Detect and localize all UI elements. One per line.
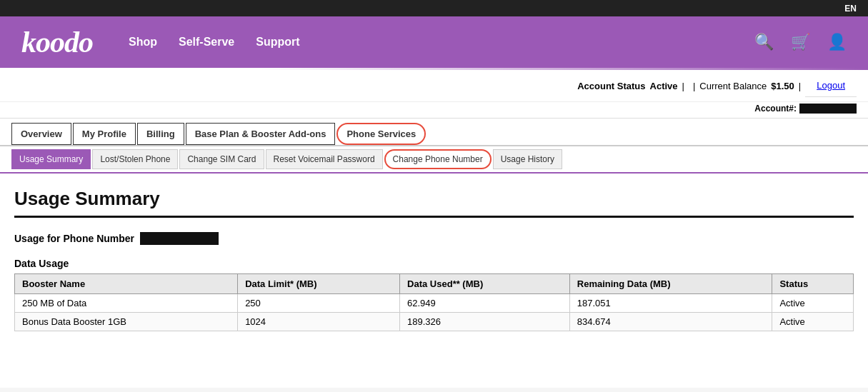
language-bar: EN xyxy=(0,0,868,16)
account-status-label: Account Status xyxy=(577,81,645,91)
main-nav: Shop Self-Serve Support xyxy=(129,36,754,49)
header-icons: 🔍 🛒 👤 xyxy=(754,33,847,51)
title-divider xyxy=(14,216,854,218)
account-status-value: Active xyxy=(650,81,678,91)
balance-label: Current Balance xyxy=(699,81,767,91)
data-usage-title: Data Usage xyxy=(14,258,854,269)
cell-r0-c4: Active xyxy=(772,294,854,313)
main-nav-tabs: Overview My Profile Billing Base Plan & … xyxy=(0,119,868,146)
sub-tab-change-phone[interactable]: Change Phone Number xyxy=(384,149,492,169)
cell-r0-c1: 250 xyxy=(238,294,400,313)
account-num-value xyxy=(799,104,857,114)
cell-r0-c2: 62.949 xyxy=(400,294,570,313)
site-header: koodo Shop Self-Serve Support 🔍 🛒 👤 xyxy=(0,16,868,68)
search-icon[interactable]: 🔍 xyxy=(754,33,774,51)
col-header-data-limit: Data Limit* (MB) xyxy=(238,274,400,294)
logout-link[interactable]: Logout xyxy=(805,74,857,97)
col-header-data-used: Data Used** (MB) xyxy=(400,274,570,294)
tab-base-plan[interactable]: Base Plan & Booster Add-ons xyxy=(186,123,336,145)
language-label[interactable]: EN xyxy=(844,4,857,14)
phone-number-row: Usage for Phone Number xyxy=(14,232,854,245)
nav-shop[interactable]: Shop xyxy=(129,36,157,49)
col-header-remaining: Remaining Data (MB) xyxy=(569,274,772,294)
separator-3: | xyxy=(799,81,801,91)
tab-billing[interactable]: Billing xyxy=(137,123,184,145)
cell-r1-c0: Bonus Data Booster 1GB xyxy=(15,313,238,331)
table-row: 250 MB of Data25062.949187.051Active xyxy=(15,294,854,313)
table-row: Bonus Data Booster 1GB1024189.326834.674… xyxy=(15,313,854,331)
tab-phone-services[interactable]: Phone Services xyxy=(336,123,426,145)
balance-value: $1.50 xyxy=(771,81,794,91)
sub-tab-usage-history[interactable]: Usage History xyxy=(493,149,562,169)
site-logo[interactable]: koodo xyxy=(21,25,93,59)
data-table: Booster Name Data Limit* (MB) Data Used*… xyxy=(14,273,854,331)
tab-overview[interactable]: Overview xyxy=(11,123,71,145)
nav-support[interactable]: Support xyxy=(256,36,299,49)
nav-self-serve[interactable]: Self-Serve xyxy=(179,36,234,49)
cell-r0-c3: 187.051 xyxy=(569,294,772,313)
main-content: Usage Summary Usage for Phone Number Dat… xyxy=(0,174,868,388)
sub-nav-tabs: Usage Summary Lost/Stolen Phone Change S… xyxy=(0,146,868,174)
tab-my-profile[interactable]: My Profile xyxy=(73,123,136,145)
separator-2: | xyxy=(693,81,695,91)
user-icon[interactable]: 👤 xyxy=(827,33,847,51)
sub-tab-change-sim[interactable]: Change SIM Card xyxy=(179,149,264,169)
cell-r1-c1: 1024 xyxy=(238,313,400,331)
col-header-status: Status xyxy=(772,274,854,294)
sub-tab-lost-stolen[interactable]: Lost/Stolen Phone xyxy=(92,149,178,169)
cell-r1-c4: Active xyxy=(772,313,854,331)
page-title: Usage Summary xyxy=(14,188,854,210)
cell-r1-c3: 834.674 xyxy=(569,313,772,331)
cell-r1-c2: 189.326 xyxy=(400,313,570,331)
cart-icon[interactable]: 🛒 xyxy=(791,33,810,51)
separator-1: | xyxy=(682,81,684,91)
phone-number-redacted xyxy=(140,232,219,245)
cell-r0-c0: 250 MB of Data xyxy=(15,294,238,313)
sub-tab-reset-voicemail[interactable]: Reset Voicemail Password xyxy=(266,149,383,169)
col-header-booster-name: Booster Name xyxy=(15,274,238,294)
account-num-label: Account#: xyxy=(754,104,797,114)
sub-tab-usage-summary[interactable]: Usage Summary xyxy=(11,149,91,169)
phone-number-label: Usage for Phone Number xyxy=(14,233,134,244)
